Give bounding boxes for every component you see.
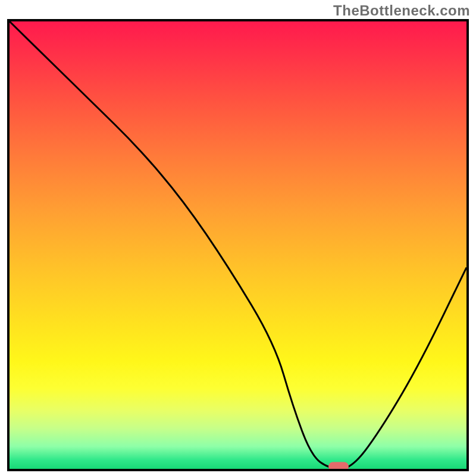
plot-area <box>7 19 469 471</box>
sweet-spot-marker <box>328 462 349 471</box>
chart-container: TheBottleneck.com <box>0 0 476 476</box>
curve-path <box>10 21 466 469</box>
watermark-text: TheBottleneck.com <box>333 2 470 19</box>
bottleneck-curve <box>10 21 466 469</box>
